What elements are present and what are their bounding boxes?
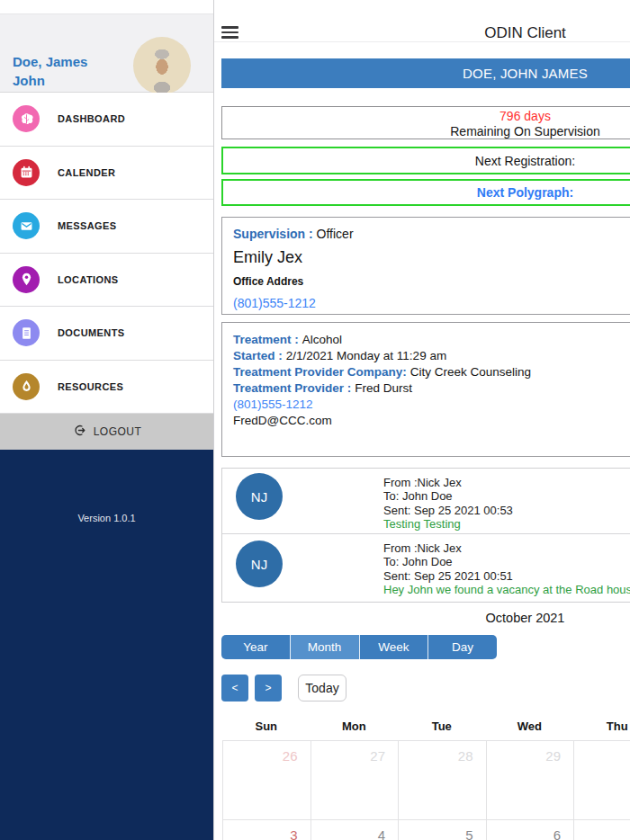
calendar-grid: 26 27 28 29 3 4 5 6 — [222, 740, 630, 840]
main-panel: ODIN Client DOE, JOHN JAMES 796 days Rem… — [214, 0, 630, 840]
app-version: Version 1.0.1 — [0, 513, 213, 523]
sender-avatar: NJ — [236, 473, 283, 520]
sidebar-item-label: DOCUMENTS — [58, 327, 125, 338]
message-body: Hey John we found a vacancy at the Road … — [383, 583, 630, 596]
treatment-row: Treatment Provider :Fred Durst — [233, 380, 630, 397]
next-registration-label: Next Registration: — [475, 154, 575, 168]
sidebar-item-label: DASHBOARD — [58, 113, 125, 124]
days-remaining-caption: Remaining On Supervision — [222, 124, 630, 139]
logout-button[interactable]: LOGOUT — [0, 414, 213, 450]
location-pin-icon — [13, 266, 40, 293]
message-from: From :Nick Jex — [383, 541, 630, 555]
prev-month-button[interactable]: < — [221, 675, 248, 701]
client-name-banner: DOE, JOHN JAMES — [221, 58, 630, 88]
sidebar-item-label: RESOURCES — [58, 381, 123, 392]
supervision-label: Supervision : — [233, 227, 313, 241]
supervision-role: Officer — [317, 227, 354, 241]
treatment-card: Treatment :Alcohol Started :2/1/2021 Mon… — [221, 322, 630, 457]
calendar-cell[interactable]: 3 — [223, 820, 311, 840]
calendar-view-switcher: Year Month Week Day — [221, 635, 497, 659]
day-header-wed: Wed — [486, 719, 574, 733]
tab-week[interactable]: Week — [359, 635, 428, 659]
message-item[interactable]: NJ From :Nick Jex To: John Doe Sent: Sep… — [222, 469, 630, 533]
brain-icon — [13, 105, 40, 132]
today-button[interactable]: Today — [298, 675, 346, 701]
calendar-cell[interactable] — [574, 741, 630, 820]
calendar-icon — [13, 159, 40, 186]
calendar-cell[interactable] — [574, 820, 630, 840]
sidebar-item-resources[interactable]: RESOURCES — [0, 361, 213, 415]
tab-year[interactable]: Year — [221, 635, 290, 659]
calendar-cell[interactable]: 4 — [311, 820, 400, 840]
calendar-day-headers: Sun Mon Tue Wed Thu — [222, 719, 630, 733]
sidebar-item-label: MESSAGES — [58, 220, 117, 231]
started-label: Started : — [233, 349, 283, 362]
treatment-label: Treatment : — [233, 333, 299, 346]
sidebar-item-locations[interactable]: LOCATIONS — [0, 254, 213, 308]
treatment-row: Treatment Provider Company:City Creek Co… — [233, 364, 630, 380]
provider-company-value: City Creek Counseling — [410, 365, 531, 379]
office-address-label: Office Addres — [233, 275, 630, 288]
calendar-month-title: October 2021 — [221, 611, 630, 625]
calendar-cell[interactable]: 6 — [487, 820, 575, 840]
sidebar-nav: DASHBOARD CALENDER MESSAGES LOCATIONS — [0, 93, 213, 414]
envelope-icon — [13, 212, 40, 239]
treatment-value: Alcohol — [302, 333, 342, 346]
user-avatar-photo — [133, 37, 191, 94]
message-sent: Sent: Sep 25 2021 00:53 — [383, 504, 513, 517]
page-title: ODIN Client — [221, 24, 630, 42]
day-header-thu: Thu — [573, 719, 630, 733]
day-header-sun: Sun — [222, 719, 310, 733]
message-from: From :Nick Jex — [383, 476, 513, 489]
day-header-mon: Mon — [310, 719, 399, 733]
provider-email: FredD@CCC.com — [233, 413, 630, 429]
sidebar-item-dashboard[interactable]: DASHBOARD — [0, 93, 213, 147]
provider-phone-link[interactable]: (801)555-1212 — [233, 397, 630, 413]
officer-name: Emily Jex — [233, 248, 630, 267]
document-icon — [13, 319, 40, 346]
calendar-cell[interactable]: 5 — [399, 820, 487, 840]
next-polygraph-box: Next Polygraph: — [221, 179, 630, 206]
sidebar-item-documents[interactable]: DOCUMENTS — [0, 307, 213, 361]
supervision-days-box: 796 days Remaining On Supervision — [221, 106, 630, 139]
sidebar-item-messages[interactable]: MESSAGES — [0, 200, 213, 254]
next-registration-box: Next Registration: — [221, 147, 630, 174]
app-root: Doe, James John DASHBOARD CALENDER M — [0, 0, 630, 840]
officer-phone-link[interactable]: (801)555-1212 — [233, 296, 316, 310]
messages-list: NJ From :Nick Jex To: John Doe Sent: Sep… — [221, 468, 630, 603]
sender-avatar: NJ — [236, 541, 283, 587]
message-body: Testing Testing — [383, 517, 513, 531]
sidebar-footer: Version 1.0.1 — [0, 450, 213, 840]
sidebar-user-header[interactable]: Doe, James John — [0, 13, 213, 93]
tab-day[interactable]: Day — [428, 635, 497, 659]
user-name: Doe, James John — [13, 52, 110, 90]
calendar-cell[interactable]: 26 — [223, 741, 311, 820]
provider-company-label: Treatment Provider Company: — [233, 365, 407, 379]
provider-label: Treatment Provider : — [233, 381, 351, 395]
message-to: To: John Doe — [383, 555, 630, 568]
message-item[interactable]: NJ From :Nick Jex To: John Doe Sent: Sep… — [222, 533, 630, 602]
drop-icon — [13, 373, 40, 400]
treatment-row: Started :2/1/2021 Monday at 11:29 am — [233, 348, 630, 364]
provider-value: Fred Durst — [355, 381, 412, 395]
message-to: To: John Doe — [383, 489, 513, 503]
calendar-cell[interactable]: 27 — [311, 741, 400, 820]
days-remaining-value: 796 days — [222, 109, 630, 124]
started-value: 2/1/2021 Monday at 11:29 am — [286, 349, 446, 362]
logout-icon — [72, 423, 87, 442]
calendar-cell[interactable]: 29 — [487, 741, 575, 820]
message-sent: Sent: Sep 25 2021 00:51 — [383, 569, 630, 583]
sidebar-item-label: CALENDER — [58, 167, 115, 178]
logout-label: LOGOUT — [94, 425, 142, 438]
supervision-officer-card: Supervision : Officer Emily Jex Office A… — [221, 217, 630, 315]
tab-month[interactable]: Month — [290, 635, 359, 659]
treatment-row: Treatment :Alcohol — [233, 332, 630, 348]
next-month-button[interactable]: > — [255, 675, 282, 701]
next-polygraph-label: Next Polygraph: — [477, 185, 573, 200]
sidebar-item-calendar[interactable]: CALENDER — [0, 147, 213, 201]
sidebar-item-label: LOCATIONS — [58, 274, 119, 285]
calendar-cell[interactable]: 28 — [399, 741, 487, 820]
day-header-tue: Tue — [398, 719, 486, 733]
sidebar: Doe, James John DASHBOARD CALENDER M — [0, 0, 214, 840]
